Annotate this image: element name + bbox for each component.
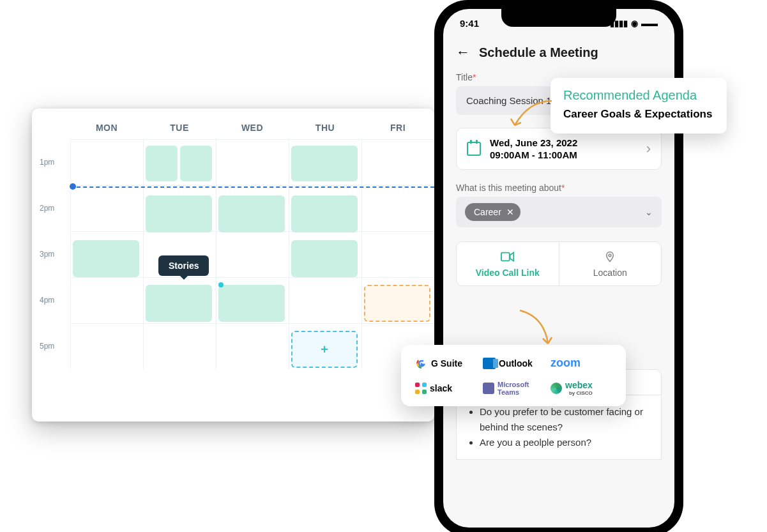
calendar-add-slot[interactable]: + (291, 331, 358, 368)
time-2pm: 2pm (32, 185, 70, 231)
meeting-date: Wed, June 23, 2022 (490, 137, 637, 148)
calendar-event[interactable] (218, 285, 285, 322)
calendar-event[interactable] (146, 195, 212, 232)
event-marker-icon (218, 282, 224, 287)
calendar-cell[interactable] (70, 277, 143, 323)
calendar-header: MON TUE WED THU FRI (32, 109, 434, 139)
svg-point-1 (609, 254, 611, 257)
calendar-cell[interactable] (216, 323, 289, 369)
chevron-down-icon: ⌄ (645, 207, 653, 217)
webex-icon (551, 383, 562, 394)
calendar-cell[interactable] (70, 139, 143, 185)
time-1pm: 1pm (32, 139, 70, 185)
calendar-event[interactable] (180, 146, 212, 181)
plus-icon: + (321, 342, 328, 357)
location-label: Location (559, 268, 662, 278)
back-button[interactable]: ← (456, 44, 470, 61)
datetime-picker[interactable]: Wed, June 23, 2022 09:00AM - 11:00AM › (456, 128, 662, 170)
screen-header: ← Schedule a Meeting (456, 38, 662, 72)
integration-zoom[interactable]: zoom (551, 356, 612, 370)
day-tue: TUE (143, 123, 216, 133)
chip-remove-icon[interactable]: ✕ (506, 207, 514, 217)
calendar-event[interactable] (73, 240, 139, 277)
calendar-grid: 1pm 2pm 3pm 4pm 5pm (32, 139, 434, 369)
event-tooltip: Stories (158, 255, 209, 276)
video-call-option[interactable]: Video Call Link (457, 242, 559, 285)
calendar-cell[interactable] (361, 231, 434, 277)
time-3pm: 3pm (32, 231, 70, 277)
zoom-icon: zoom (551, 356, 581, 370)
day-thu: THU (289, 123, 361, 133)
gsuite-icon (415, 357, 428, 370)
chip-label: Career (474, 207, 501, 217)
video-icon (501, 251, 515, 262)
topic-chip[interactable]: Career ✕ (465, 203, 520, 221)
video-call-label: Video Call Link (457, 268, 559, 278)
integration-slack[interactable]: slack (415, 383, 476, 394)
calendar-cell[interactable] (70, 323, 143, 369)
page-title: Schedule a Meeting (479, 45, 598, 60)
meeting-type-toggle: Video Call Link Location (456, 241, 662, 286)
calendar-event[interactable] (291, 146, 358, 181)
calendar-cell[interactable] (216, 139, 289, 185)
integration-gsuite[interactable]: G Suite (415, 357, 476, 370)
time-4pm: 4pm (32, 277, 70, 323)
day-wed: WED (216, 123, 289, 133)
recommended-agenda-card: Recommended Agenda Career Goals & Expect… (551, 78, 727, 133)
recommended-heading: Recommended Agenda (563, 88, 714, 103)
battery-icon: ▬▬ (641, 19, 658, 28)
integration-webex[interactable]: webex by CISCO (551, 380, 612, 396)
day-mon: MON (70, 123, 143, 133)
status-time: 9:41 (460, 18, 479, 29)
status-icons: ▮▮▮▮ ◉ ▬▬ (610, 19, 658, 28)
topic-select[interactable]: Career ✕ ⌄ (456, 197, 662, 227)
calendar-cell[interactable] (216, 231, 289, 277)
recommended-body: Career Goals & Expectations (563, 108, 714, 121)
calendar-cell[interactable] (143, 323, 216, 369)
calendar-slot-pending[interactable] (364, 285, 430, 322)
day-fri: FRI (361, 123, 434, 133)
integrations-popover: G Suite Outlook zoom slack Microsoft Tea… (401, 345, 626, 406)
svg-rect-0 (501, 253, 510, 261)
calendar-cell[interactable] (289, 277, 361, 323)
now-indicator-line (70, 186, 434, 188)
integration-outlook[interactable]: Outlook (483, 358, 544, 369)
wifi-icon: ◉ (631, 19, 638, 28)
calendar-panel: MON TUE WED THU FRI 1pm 2pm 3pm 4pm (32, 109, 434, 422)
calendar-icon (467, 142, 481, 156)
note-item: Do you prefer to be customer facing or b… (480, 404, 649, 435)
meeting-time: 09:00AM - 11:00AM (490, 149, 637, 160)
note-item: Are you a peolple person? (480, 435, 649, 450)
calendar-event[interactable] (146, 146, 178, 181)
chevron-right-icon: › (646, 141, 651, 157)
location-option[interactable]: Location (559, 242, 662, 285)
calendar-cell[interactable] (70, 185, 143, 231)
calendar-event[interactable] (291, 240, 358, 277)
calendar-cell[interactable] (361, 185, 434, 231)
outlook-icon (483, 358, 496, 369)
teams-icon (483, 383, 494, 394)
calendar-event[interactable] (218, 195, 285, 232)
about-label: What is this meeting about* (456, 183, 662, 193)
calendar-event[interactable] (291, 195, 358, 232)
calendar-cell[interactable] (361, 139, 434, 185)
integration-teams[interactable]: Microsoft Teams (483, 381, 544, 396)
location-icon (603, 251, 617, 262)
calendar-event[interactable] (146, 285, 212, 322)
time-5pm: 5pm (32, 323, 70, 369)
now-indicator-dot (70, 183, 76, 190)
phone-notch (501, 9, 616, 27)
slack-icon (415, 383, 427, 394)
